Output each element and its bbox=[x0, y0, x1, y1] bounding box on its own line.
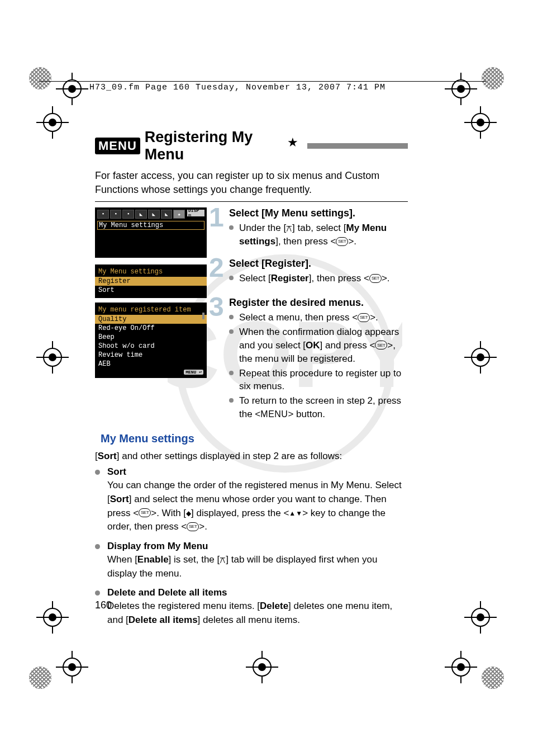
sort-item: Sort You can change the order of the reg… bbox=[95, 466, 408, 534]
step-3-heading: Register the desired menus. bbox=[229, 297, 408, 309]
lcd-row: Quality bbox=[95, 315, 207, 324]
step-2-heading: Select [Register]. bbox=[229, 258, 408, 270]
step-number-2: 2 bbox=[209, 252, 224, 283]
crop-mark-hatch bbox=[29, 67, 51, 89]
registration-mark bbox=[445, 73, 477, 105]
registration-mark bbox=[464, 601, 497, 634]
lcd-row: AEB bbox=[95, 360, 207, 368]
sort-heading: Sort bbox=[107, 466, 408, 478]
delete-body: Deletes the registered menu items. [Dele… bbox=[107, 599, 408, 627]
lcd-tab-mymenu-icon: ★ bbox=[173, 210, 185, 219]
set-icon: SET bbox=[369, 274, 382, 283]
step-1-heading: Select [My Menu settings]. bbox=[229, 207, 408, 219]
lcd-menu-badge: MENU ↩ bbox=[184, 370, 203, 375]
lcd-row: My Menu settings bbox=[97, 221, 204, 230]
step-3-bullet: When the confirmation dialog appears and… bbox=[229, 325, 408, 365]
star-icon: ★ bbox=[287, 135, 298, 150]
set-icon: SET bbox=[336, 237, 348, 246]
page-content: MENU Registering My Menu ★ For faster ac… bbox=[95, 129, 408, 634]
page-header: H73_09.fm Page 160 Tuesday, November 13,… bbox=[89, 83, 386, 92]
crop-mark-hatch bbox=[482, 667, 504, 689]
set-icon: SET bbox=[187, 522, 199, 531]
display-heading: Display from My Menu bbox=[107, 541, 408, 552]
set-icon: SET bbox=[139, 508, 151, 517]
lcd-title: My Menu settings bbox=[95, 267, 207, 277]
subsection-heading: My Menu settings bbox=[101, 432, 408, 445]
menu-word-icon: MENU bbox=[260, 408, 288, 420]
set-icon: SET bbox=[375, 341, 387, 349]
page-title-row: MENU Registering My Menu ★ bbox=[95, 129, 408, 163]
lcd-scroll-indicator bbox=[202, 313, 204, 319]
title-bar-decoration bbox=[307, 143, 408, 149]
registration-mark bbox=[36, 601, 69, 634]
updown-arrows-icon: ▲▼ bbox=[289, 512, 302, 516]
page-title: Registering My Menu bbox=[145, 129, 283, 163]
registration-mark bbox=[445, 651, 477, 683]
step-number-3: 3 bbox=[209, 291, 224, 322]
registration-mark bbox=[36, 341, 69, 374]
mymenu-icon: ⚻ bbox=[286, 223, 292, 235]
subsection-lead: [Sort] and other settings displayed in s… bbox=[95, 450, 408, 464]
step-1-bullet: Under the [⚻] tab, select [My Menu setti… bbox=[229, 221, 408, 248]
registration-mark bbox=[246, 651, 278, 683]
delete-item: Delete and Delete all items Deletes the … bbox=[95, 587, 408, 627]
lcd-tab-icon: ◣ bbox=[148, 210, 160, 219]
crop-mark-hatch bbox=[29, 667, 51, 689]
camera-lcd-screenshot-1: ▪ ▪ ▪ ◣ ◣ ◣ ★ DISP ⊞ My Menu settings bbox=[95, 207, 207, 258]
lcd-tab-icon: ◣ bbox=[161, 210, 173, 219]
lcd-disp-badge: DISP ⊞ bbox=[187, 210, 204, 216]
camera-lcd-screenshot-3: My menu registered item Quality Red-eye … bbox=[95, 303, 207, 378]
lcd-title: My menu registered item bbox=[95, 305, 207, 315]
step-3-bullet: Repeat this procedure to register up to … bbox=[229, 367, 408, 394]
display-body: When [Enable] is set, the [⚻] tab will b… bbox=[107, 553, 408, 580]
intro-text: For faster access, you can register up t… bbox=[95, 169, 408, 197]
step-3-bullet: To return to the screen in step 2, press… bbox=[229, 394, 408, 421]
page-number: 160 bbox=[95, 599, 112, 611]
step-number-1: 1 bbox=[209, 202, 224, 233]
crop-mark-hatch bbox=[482, 67, 504, 89]
registration-mark bbox=[56, 651, 88, 683]
registration-mark bbox=[36, 106, 69, 139]
lcd-tab-icon: ◣ bbox=[135, 210, 147, 219]
lcd-tab-icon: ▪ bbox=[122, 210, 134, 219]
lcd-tab-icon: ▪ bbox=[97, 210, 109, 219]
step-2-bullet: Select [Register], then press <SET>. bbox=[229, 272, 408, 285]
lcd-row: Beep bbox=[95, 333, 207, 342]
display-item: Display from My Menu When [Enable] is se… bbox=[95, 541, 408, 580]
mymenu-icon: ⚻ bbox=[220, 554, 226, 566]
divider bbox=[95, 201, 408, 202]
menu-badge-icon: MENU bbox=[95, 138, 140, 154]
registration-mark bbox=[464, 106, 497, 139]
registration-mark bbox=[56, 73, 88, 105]
delete-heading: Delete and Delete all items bbox=[107, 587, 408, 598]
camera-lcd-screenshot-2: My Menu settings Register Sort bbox=[95, 264, 207, 298]
registration-mark bbox=[464, 341, 497, 374]
sort-body: You can change the order of the register… bbox=[107, 479, 408, 534]
lcd-row: Review time bbox=[95, 351, 207, 360]
header-rule bbox=[39, 81, 486, 82]
set-icon: SET bbox=[358, 313, 370, 322]
step-3-bullet: Select a menu, then press <SET>. bbox=[229, 311, 408, 324]
lcd-row: Red-eye On/Off bbox=[95, 324, 207, 333]
lcd-tab-icon: ▪ bbox=[110, 210, 122, 219]
updown-diamond-icon: ◆ bbox=[186, 512, 191, 516]
lcd-row: Shoot w/o card bbox=[95, 342, 207, 351]
lcd-row: Sort bbox=[95, 286, 207, 295]
lcd-row: Register bbox=[95, 277, 207, 286]
